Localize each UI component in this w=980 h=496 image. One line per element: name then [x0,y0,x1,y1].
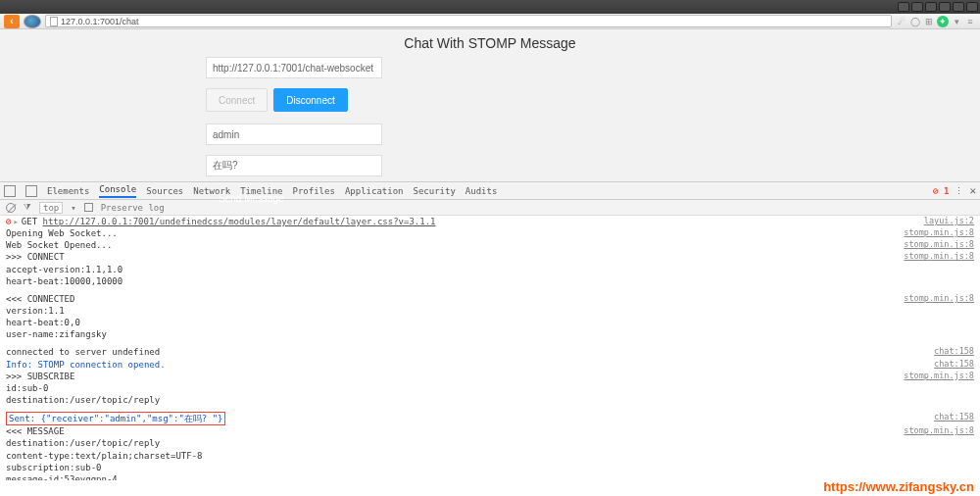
inspect-icon[interactable] [4,185,16,197]
source-link[interactable]: stomp.min.js:8 [904,371,974,381]
log-text: >>> CONNECT accept-version:1.1,1.0 heart… [6,251,886,286]
source-link[interactable]: layui.js:2 [924,216,974,226]
context-select[interactable]: top [39,202,63,214]
tab-audits[interactable]: Audits [466,186,498,196]
tab-sources[interactable]: Sources [146,186,183,196]
source-link[interactable]: chat:158 [934,346,974,357]
console-filter-bar: ⧩ top ▾ Preserve log [0,200,980,216]
ext-icon[interactable]: ◯ [909,16,921,27]
titlebar-btn[interactable] [911,2,923,12]
filter-icon[interactable]: ⧩ [24,202,31,213]
log-text: GET [22,217,37,226]
ext-icon[interactable]: ✦ [937,16,949,27]
back-button[interactable]: ‹ [4,15,20,28]
devtools-tabs: Elements Console Sources Network Timelin… [0,182,980,200]
error-icon: ⊘ [6,217,11,226]
close-icon[interactable]: ✕ [969,184,976,197]
extensions: ☄ ◯ ⊞ ✦ ▾ ≡ [896,16,976,27]
browser-toolbar: ‹ 127.0.0.1:7001/chat ☄ ◯ ⊞ ✦ ▾ ≡ [0,14,980,29]
log-text: Info: STOMP connection opened. [6,360,166,370]
devtools: Elements Console Sources Network Timelin… [0,181,980,480]
tab-console[interactable]: Console [99,184,136,198]
user-input[interactable]: admin [206,124,382,145]
preserve-label: Preserve log [101,203,165,213]
source-link[interactable]: chat:158 [934,359,974,370]
ext-icon[interactable]: ☄ [896,16,907,27]
tab-timeline[interactable]: Timeline [240,186,282,196]
source-link[interactable]: stomp.min.js:8 [904,293,974,304]
error-count[interactable]: ⊘ 1 [933,186,949,196]
log-text: >>> SUBSCRIBE id:sub-0 destination:/user… [6,371,886,406]
log-text: Web Socket Opened... [6,240,112,250]
titlebar-btn[interactable] [953,2,964,12]
preserve-checkbox[interactable] [84,203,93,212]
connect-row: Connect Disconnect [206,88,774,112]
tab-security[interactable]: Security [414,186,456,196]
titlebar-btn[interactable] [898,2,909,12]
disconnect-button[interactable]: Disconnect [273,88,347,112]
source-link[interactable]: stomp.min.js:8 [904,239,974,250]
log-text: connected to server undefined [6,347,160,357]
log-text: Opening Web Socket... [6,228,118,238]
filter-dropdown-icon[interactable]: ▾ [71,203,75,213]
page-icon [50,17,58,26]
url-text: 127.0.0.1:7001/chat [61,17,139,26]
titlebar-btn[interactable] [925,2,937,12]
source-link[interactable]: stomp.min.js:8 [904,425,974,436]
device-icon[interactable] [25,185,37,197]
globe-icon [24,15,41,28]
page: Chat With STOMP Message http://127.0.0.1… [0,29,980,181]
tab-network[interactable]: Network [193,186,230,196]
tab-application[interactable]: Application [345,186,404,196]
tab-elements[interactable]: Elements [47,186,89,196]
source-link[interactable]: chat:158 [934,412,974,422]
message-input[interactable]: 在吗? [206,155,382,176]
error-url[interactable]: http://127.0.0.1:7001/undefinedcss/modul… [43,217,436,226]
ws-url-input[interactable]: http://127.0.0.1:7001/chat-websocket [206,57,382,78]
log-text: Sent: {"receiver":"admin","msg":"在吗? "} [6,412,225,425]
source-link[interactable]: stomp.min.js:8 [904,251,974,262]
log-text: <<< MESSAGE destination:/user/topic/repl… [6,425,886,480]
more-icon[interactable]: ⋮ [955,186,963,196]
ext-icon[interactable]: ▾ [951,16,962,27]
page-title: Chat With STOMP Message [206,35,774,51]
titlebar-btn[interactable] [966,2,978,12]
watermark: https://www.zifangsky.cn [823,479,974,494]
titlebar-btn[interactable] [939,2,951,12]
console-output[interactable]: ⊘▸GET http://127.0.0.1:7001/undefinedcss… [0,216,980,480]
clear-icon[interactable] [6,203,16,213]
ext-icon[interactable]: ⊞ [923,16,935,27]
os-titlebar [0,0,980,14]
connect-button[interactable]: Connect [206,88,268,112]
tab-profiles[interactable]: Profiles [293,186,335,196]
url-input[interactable]: 127.0.0.1:7001/chat [45,15,892,27]
source-link[interactable]: stomp.min.js:8 [904,227,974,238]
log-text: <<< CONNECTED version:1.1 heart-beat:0,0… [6,293,886,341]
menu-icon[interactable]: ≡ [964,16,976,27]
